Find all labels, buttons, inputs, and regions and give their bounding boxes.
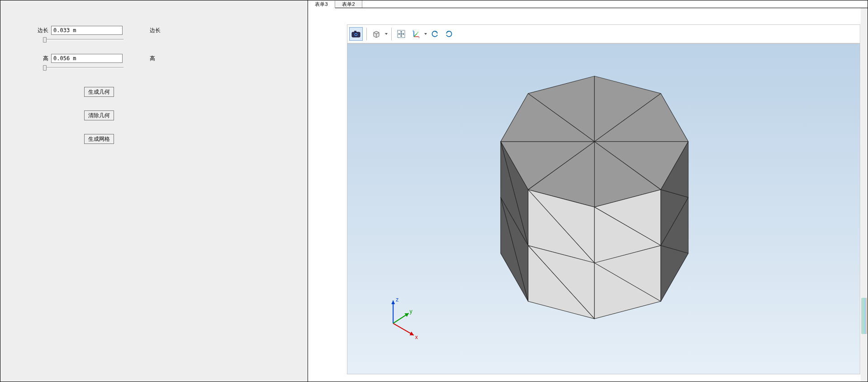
height-input[interactable]: [51, 54, 123, 63]
slider-thumb[interactable]: [43, 65, 47, 71]
right-scrollbar[interactable]: [861, 8, 868, 382]
svg-rect-3: [354, 31, 356, 32]
edge-length-input[interactable]: [51, 26, 123, 35]
edge-length-slider[interactable]: [43, 36, 123, 43]
camera-icon[interactable]: [349, 27, 363, 41]
edge-length-label: 边长: [0, 27, 51, 34]
axis-y-label: y: [410, 308, 413, 315]
right-panel: 表单3 表单2: [308, 0, 868, 382]
scrollbar-thumb[interactable]: [861, 298, 867, 334]
rotate-cw-icon[interactable]: [442, 27, 456, 41]
slider-thumb[interactable]: [43, 37, 47, 43]
graphics-area: z x y: [308, 8, 868, 382]
height-label: 高: [0, 55, 51, 62]
tab-strip: 表单3 表单2: [308, 0, 868, 8]
parameters-form: 边长 边长 高 高 生成几何 清除几何 生成网格: [0, 0, 308, 144]
svg-point-2: [355, 34, 357, 36]
tab-form2[interactable]: 表单2: [335, 0, 362, 8]
svg-text:z: z: [413, 29, 414, 32]
generate-geometry-button[interactable]: 生成几何: [84, 87, 114, 97]
slider-track: [43, 39, 123, 40]
axes-dropdown[interactable]: [423, 27, 428, 41]
pan-icon[interactable]: [394, 27, 408, 41]
clear-geometry-button[interactable]: 清除几何: [84, 110, 114, 120]
toolbar-separator: [391, 28, 392, 40]
rotate-ccw-icon[interactable]: [428, 27, 441, 41]
box-view-icon[interactable]: [370, 27, 383, 41]
slider-track: [43, 67, 123, 68]
height-row: 高 高: [0, 53, 308, 63]
graphics-toolbar: z x y: [347, 24, 860, 43]
edge-length-row: 边长 边长: [0, 25, 308, 35]
svg-marker-38: [391, 301, 395, 304]
axes-icon[interactable]: z x y: [409, 27, 422, 41]
axis-z-label: z: [396, 296, 398, 303]
left-panel: 边长 边长 高 高 生成几何 清除几何 生成网格: [0, 0, 308, 382]
edge-length-label-right: 边长: [150, 27, 161, 34]
axis-x-label: x: [415, 334, 418, 340]
generate-mesh-button[interactable]: 生成网格: [84, 134, 114, 144]
height-label-right: 高: [150, 55, 155, 62]
height-slider[interactable]: [43, 64, 123, 72]
app-root: 边长 边长 高 高 生成几何 清除几何 生成网格: [0, 0, 868, 382]
toolbar-separator: [366, 28, 367, 40]
3d-viewport[interactable]: z x y: [347, 43, 860, 374]
button-stack: 生成几何 清除几何 生成网格: [84, 87, 308, 144]
svg-text:y: y: [417, 31, 418, 33]
box-view-dropdown[interactable]: [384, 27, 389, 41]
svg-line-9: [414, 33, 417, 37]
tab-form3[interactable]: 表单3: [308, 1, 335, 9]
svg-text:x: x: [418, 36, 420, 38]
svg-marker-36: [661, 245, 688, 301]
